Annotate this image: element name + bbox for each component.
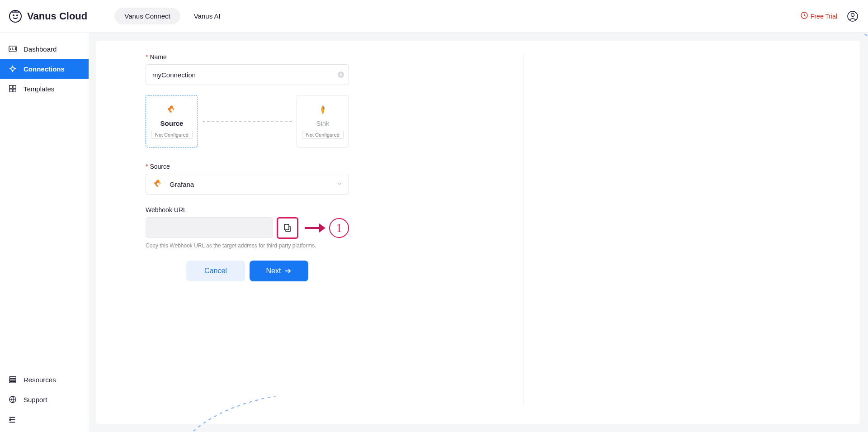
sidebar-item-resources[interactable]: Resources	[0, 370, 89, 389]
source-node-badge: Not Configured	[151, 131, 193, 139]
brand-icon	[9, 10, 22, 23]
main-content: *Name Source	[89, 33, 868, 432]
sidebar-item-label: Resources	[24, 376, 56, 384]
free-trial-indicator[interactable]: Free Trial	[801, 12, 837, 20]
form-card: *Name Source	[96, 41, 860, 424]
svg-point-2	[16, 14, 18, 16]
sidebar-item-label: Templates	[24, 85, 54, 93]
source-node-title: Source	[160, 119, 184, 127]
svg-rect-20	[284, 224, 289, 230]
svg-rect-11	[13, 89, 16, 92]
next-button[interactable]: Next	[250, 261, 308, 281]
dashboard-icon	[8, 44, 17, 53]
free-trial-label: Free Trial	[811, 13, 837, 20]
cancel-button[interactable]: Cancel	[186, 261, 245, 281]
name-input[interactable]	[146, 64, 349, 85]
source-select-value: Grafana	[170, 180, 331, 188]
user-icon	[847, 11, 858, 22]
sink-node-badge: Not Configured	[302, 131, 344, 139]
brand-name: Vanus Cloud	[27, 10, 87, 22]
header-right: Free Trial	[801, 10, 859, 23]
source-select[interactable]: Grafana	[146, 174, 349, 195]
sidebar-item-dashboard[interactable]: Dashboard	[0, 39, 89, 59]
sidebar-item-templates[interactable]: Templates	[0, 79, 89, 99]
svg-point-18	[157, 183, 160, 185]
webhook-label: Webhook URL	[146, 206, 523, 214]
webhook-hint: Copy this Webhook URL as the target addr…	[146, 242, 523, 249]
sidebar-collapse-button[interactable]	[0, 409, 89, 432]
webhook-url-field[interactable]	[146, 217, 273, 238]
svg-rect-8	[9, 85, 12, 88]
close-circle-icon	[337, 71, 344, 78]
grafana-icon	[152, 178, 164, 190]
sink-node-card[interactable]: Sink Not Configured	[297, 95, 349, 147]
chevron-down-icon	[337, 180, 342, 188]
copy-icon	[283, 223, 292, 233]
next-button-label: Next	[266, 267, 281, 275]
svg-rect-10	[9, 89, 12, 92]
svg-point-17	[170, 109, 173, 111]
logo-area: Vanus Cloud	[9, 10, 87, 23]
flow-line	[203, 121, 292, 122]
sidebar: Dashboard Connections Templates	[0, 33, 89, 432]
name-label: *Name	[146, 53, 523, 61]
flow-row: Source Not Configured Sink Not Configure…	[146, 95, 349, 147]
svg-point-1	[13, 14, 14, 16]
sidebar-item-label: Connections	[24, 65, 65, 73]
sidebar-item-connections[interactable]: Connections	[0, 59, 89, 79]
copy-webhook-button[interactable]	[277, 217, 298, 239]
svg-rect-9	[13, 85, 16, 88]
templates-icon	[8, 84, 17, 93]
grafana-icon	[166, 104, 178, 116]
arrow-right-icon	[304, 221, 327, 235]
annotation-marker: 1	[329, 218, 349, 238]
sidebar-item-label: Dashboard	[24, 45, 57, 53]
tab-vanus-connect[interactable]: Vanus Connect	[114, 8, 180, 24]
annotation-arrow: 1	[304, 218, 349, 238]
svg-point-7	[11, 67, 14, 70]
nav-tabs: Vanus Connect Vanus AI	[114, 8, 230, 24]
sidebar-item-support[interactable]: Support	[0, 389, 89, 409]
collapse-icon	[8, 416, 16, 424]
sink-node-title: Sink	[316, 119, 329, 127]
user-avatar-button[interactable]	[846, 10, 859, 23]
svg-rect-12	[9, 377, 16, 379]
source-node-card[interactable]: Source Not Configured	[146, 95, 198, 147]
clear-name-button[interactable]	[337, 71, 344, 78]
clock-icon	[801, 12, 808, 20]
support-icon	[8, 395, 17, 404]
svg-point-5	[851, 13, 854, 16]
resources-icon	[8, 375, 17, 384]
sidebar-item-label: Support	[24, 396, 47, 404]
arrow-right-icon	[284, 267, 292, 275]
svg-rect-13	[9, 379, 16, 381]
sink-icon	[317, 104, 329, 116]
button-row: Cancel Next	[146, 261, 349, 281]
tab-vanus-ai[interactable]: Vanus AI	[184, 8, 231, 24]
source-select-label: *Source	[146, 163, 523, 170]
svg-rect-14	[9, 382, 16, 383]
header: Vanus Cloud Vanus Connect Vanus AI Free …	[0, 0, 868, 33]
connections-icon	[8, 64, 17, 73]
